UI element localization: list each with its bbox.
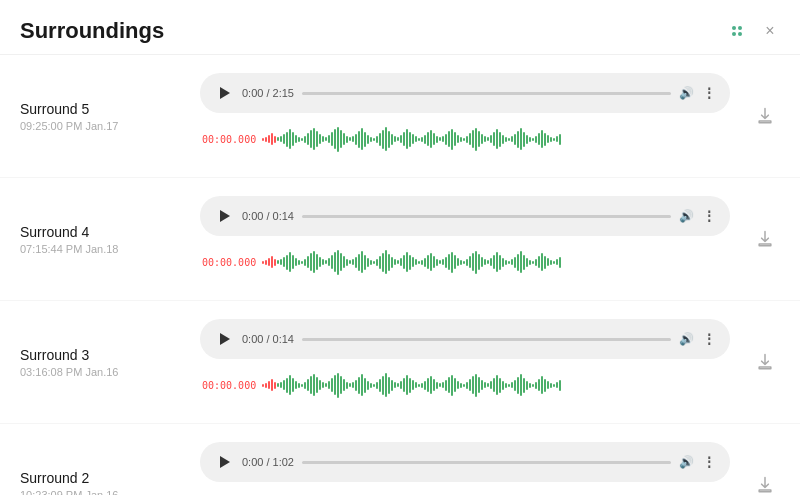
waveform-bar	[559, 257, 561, 268]
close-icon[interactable]: ×	[760, 21, 780, 41]
waveform-bar	[277, 260, 279, 264]
waveform-bar	[433, 379, 435, 391]
waveform-bar	[421, 137, 423, 142]
waveform-bar	[544, 379, 546, 392]
waveform-bar	[406, 375, 408, 395]
waveform-bar	[454, 378, 456, 392]
waveform-bar	[355, 134, 357, 145]
waveform-bar	[277, 137, 279, 141]
play-button[interactable]	[214, 452, 234, 472]
waveform-bar	[505, 137, 507, 142]
record-name: Surround 2	[20, 470, 180, 486]
waveform-bar	[328, 135, 330, 143]
waveform-bar	[268, 135, 270, 143]
waveform-bar	[322, 259, 324, 265]
waveform-bar	[532, 138, 534, 141]
waveform-bar	[415, 382, 417, 388]
waveform-bar	[277, 383, 279, 387]
waveform-bar	[553, 261, 555, 264]
waveform-bar	[343, 256, 345, 268]
download-button[interactable]	[750, 106, 780, 126]
waveform-bar	[304, 382, 306, 389]
waveform-bar	[283, 257, 285, 267]
waveform-bar	[361, 374, 363, 396]
waveform-time: 00:00.000	[202, 257, 256, 268]
progress-bar[interactable]	[302, 338, 671, 341]
waveform-bar	[514, 380, 516, 391]
waveform-bar	[553, 384, 555, 387]
volume-icon[interactable]: 🔊	[679, 209, 694, 223]
download-button[interactable]	[750, 475, 780, 495]
waveform-bar	[307, 379, 309, 391]
waveform-bar	[535, 259, 537, 266]
download-button[interactable]	[750, 229, 780, 249]
waveform-bar	[316, 131, 318, 147]
more-options-icon[interactable]: ⋮	[702, 454, 716, 470]
waveform-bar	[319, 134, 321, 144]
waveform-bar	[334, 252, 336, 272]
waveform-bar	[436, 136, 438, 143]
waveform-bar	[508, 384, 510, 387]
progress-bar[interactable]	[302, 461, 671, 464]
waveform-bar	[490, 258, 492, 266]
waveform-bar	[427, 132, 429, 146]
waveform-bar	[457, 258, 459, 266]
waveform-bar	[334, 129, 336, 149]
waveform-bar	[367, 135, 369, 144]
waveform-bar	[499, 132, 501, 147]
waveform-bar	[298, 383, 300, 388]
waveform-bar	[352, 382, 354, 388]
volume-icon[interactable]: 🔊	[679, 455, 694, 469]
waveform-bar	[514, 257, 516, 268]
waveform-bar	[391, 134, 393, 145]
waveform-bar	[556, 259, 558, 265]
download-button[interactable]	[750, 352, 780, 372]
time-display: 0:00 / 2:15	[242, 87, 294, 99]
waveform-bar	[355, 380, 357, 391]
play-button[interactable]	[214, 83, 234, 103]
waveform-bar	[439, 137, 441, 141]
waveform-bar	[478, 254, 480, 270]
waveform-bar	[466, 382, 468, 389]
waveform-bar	[409, 255, 411, 270]
waveform-bar	[451, 129, 453, 150]
waveform-bar	[424, 381, 426, 390]
waveform-bar	[292, 132, 294, 146]
waveform-bar	[346, 382, 348, 389]
more-options-icon[interactable]: ⋮	[702, 331, 716, 347]
waveform-bar	[274, 259, 276, 266]
waveform-bar	[289, 252, 291, 272]
waveform-bar	[442, 259, 444, 265]
more-options-icon[interactable]: ⋮	[702, 208, 716, 224]
waveform-bar	[481, 134, 483, 144]
waveform-bar	[496, 375, 498, 395]
volume-icon[interactable]: 🔊	[679, 332, 694, 346]
waveform-bar	[490, 135, 492, 143]
more-options-icon[interactable]: ⋮	[702, 85, 716, 101]
play-button[interactable]	[214, 329, 234, 349]
waveform-bar	[547, 135, 549, 143]
waveform-bar	[280, 259, 282, 265]
waveform-bar	[313, 374, 315, 396]
waveform-bar	[412, 257, 414, 267]
waveform-bar	[523, 132, 525, 147]
play-button[interactable]	[214, 206, 234, 226]
grid-dots-icon[interactable]	[726, 20, 748, 42]
volume-icon[interactable]: 🔊	[679, 86, 694, 100]
waveform-bar	[271, 379, 273, 391]
waveform-bar	[382, 253, 384, 272]
progress-bar[interactable]	[302, 215, 671, 218]
waveform-bar	[520, 251, 522, 273]
waveform-bar	[361, 128, 363, 150]
waveform-bar	[334, 375, 336, 395]
waveform-bar	[349, 137, 351, 141]
waveform-bar	[433, 133, 435, 145]
waveform-bar	[526, 135, 528, 144]
progress-bar[interactable]	[302, 92, 671, 95]
waveform-bar	[298, 260, 300, 265]
record-item: Surround 210:23:09 PM Jan.160:00 / 1:02🔊…	[0, 424, 800, 495]
waveform-bar	[538, 256, 540, 268]
waveform-bar	[478, 131, 480, 147]
waveform-bar	[265, 260, 267, 265]
waveform-bar	[310, 376, 312, 394]
